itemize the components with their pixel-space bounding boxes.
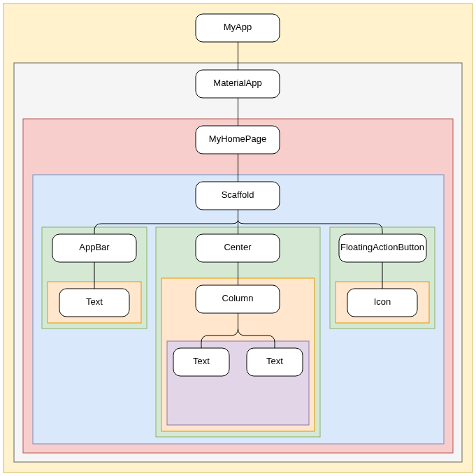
node-materialapp-label: MaterialApp: [213, 78, 261, 88]
node-scaffold: Scaffold: [196, 182, 280, 210]
node-myhomepage-label: MyHomePage: [209, 134, 266, 144]
node-appbar-text-label: Text: [86, 296, 103, 307]
node-icon: Icon: [347, 289, 417, 317]
node-icon-label: Icon: [374, 296, 391, 307]
node-materialapp: MaterialApp: [196, 70, 280, 98]
node-center-label: Center: [224, 242, 252, 252]
node-myapp-label: MyApp: [224, 22, 252, 32]
node-myhomepage: MyHomePage: [196, 126, 280, 154]
node-column-label: Column: [222, 293, 254, 303]
node-scaffold-label: Scaffold: [222, 189, 254, 200]
node-appbar-text: Text: [59, 289, 129, 317]
node-column-text1: Text: [173, 348, 229, 376]
node-appbar: AppBar: [52, 234, 136, 262]
node-column-text2: Text: [247, 348, 303, 376]
node-column-text2-label: Text: [266, 356, 283, 366]
node-myapp: MyApp: [196, 14, 280, 42]
node-center: Center: [196, 234, 280, 262]
node-fab: FloatingActionButton: [339, 234, 426, 262]
node-appbar-label: AppBar: [79, 242, 110, 252]
node-fab-label: FloatingActionButton: [340, 242, 424, 252]
node-column-text1-label: Text: [193, 356, 210, 366]
widget-tree-diagram: MyApp MaterialApp MyHomePage Scaffold Ap…: [0, 0, 476, 476]
node-column: Column: [196, 285, 280, 313]
